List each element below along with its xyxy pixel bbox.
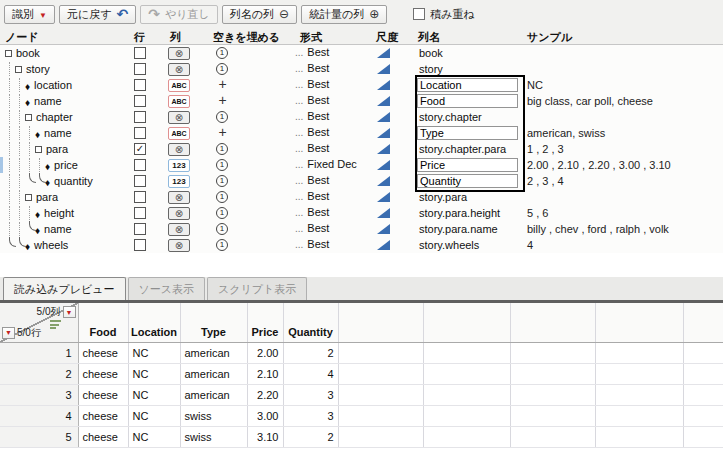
- cell[interactable]: NC: [128, 405, 180, 426]
- col-header-quantity[interactable]: Quantity: [283, 303, 338, 342]
- row-checkbox[interactable]: [134, 95, 146, 107]
- circle-one-icon[interactable]: [216, 47, 228, 59]
- cell[interactable]: 3.00: [247, 405, 283, 426]
- row-checkbox[interactable]: [134, 191, 146, 203]
- num-column-icon[interactable]: [168, 175, 190, 188]
- cell[interactable]: cheese: [78, 405, 128, 426]
- cell[interactable]: 4: [283, 363, 338, 384]
- row-number[interactable]: 1: [0, 342, 78, 363]
- row-checkbox[interactable]: [134, 79, 146, 91]
- cell[interactable]: american: [180, 363, 247, 384]
- no-column-icon[interactable]: [168, 143, 190, 156]
- cell[interactable]: 2: [283, 426, 338, 447]
- continuous-scale-icon[interactable]: [377, 112, 390, 122]
- continuous-scale-icon[interactable]: [377, 80, 390, 90]
- row-number[interactable]: 5: [0, 426, 78, 447]
- no-column-icon[interactable]: [168, 207, 190, 220]
- row-checkbox[interactable]: ✓: [134, 143, 146, 155]
- continuous-scale-icon[interactable]: [377, 144, 390, 154]
- no-column-icon[interactable]: [168, 47, 190, 60]
- cell[interactable]: 2.00: [247, 342, 283, 363]
- continuous-scale-icon[interactable]: [377, 128, 390, 138]
- circle-one-icon[interactable]: [216, 143, 228, 155]
- column-name-input[interactable]: [417, 78, 518, 92]
- row-number[interactable]: 4: [0, 405, 78, 426]
- no-column-icon[interactable]: [168, 239, 190, 252]
- col-header-type[interactable]: Type: [180, 303, 247, 342]
- row-checkbox[interactable]: [134, 47, 146, 59]
- identify-button[interactable]: 識別: [4, 5, 55, 24]
- continuous-scale-icon[interactable]: [377, 192, 390, 202]
- cell[interactable]: 3.10: [247, 426, 283, 447]
- circle-one-icon[interactable]: [216, 239, 228, 251]
- cell[interactable]: 3: [283, 384, 338, 405]
- column-name-input[interactable]: [417, 158, 518, 172]
- row-checkbox[interactable]: [134, 175, 146, 187]
- row-checkbox[interactable]: [134, 63, 146, 75]
- cell[interactable]: cheese: [78, 342, 128, 363]
- cell[interactable]: 2.20: [247, 384, 283, 405]
- tab-source-view[interactable]: ソース表示: [128, 277, 206, 300]
- circle-one-icon[interactable]: [216, 223, 228, 235]
- cell[interactable]: NC: [128, 342, 180, 363]
- num-column-icon[interactable]: [168, 159, 190, 172]
- no-column-icon[interactable]: [168, 63, 190, 76]
- col-header-food[interactable]: Food: [78, 303, 128, 342]
- continuous-scale-icon[interactable]: [377, 64, 390, 74]
- cell[interactable]: swiss: [180, 426, 247, 447]
- abc-column-icon[interactable]: [168, 79, 190, 92]
- cell[interactable]: cheese: [78, 384, 128, 405]
- tab-script-view[interactable]: スクリプト表示: [207, 277, 307, 300]
- no-column-icon[interactable]: [168, 191, 190, 204]
- row-checkbox[interactable]: [134, 207, 146, 219]
- circle-one-icon[interactable]: [216, 175, 228, 187]
- circle-one-icon[interactable]: [216, 207, 228, 219]
- row-checkbox[interactable]: [134, 159, 146, 171]
- row-checkbox[interactable]: [134, 223, 146, 235]
- column-name-column-button[interactable]: 列名の列: [222, 5, 297, 24]
- cell[interactable]: swiss: [180, 405, 247, 426]
- row-checkbox[interactable]: [134, 239, 146, 251]
- rows-red-triangle-button[interactable]: [2, 327, 15, 339]
- circle-one-icon[interactable]: [216, 191, 228, 203]
- column-name-input[interactable]: [417, 174, 518, 188]
- continuous-scale-icon[interactable]: [377, 208, 390, 218]
- continuous-scale-icon[interactable]: [377, 160, 390, 170]
- cell[interactable]: american: [180, 384, 247, 405]
- plus-icon[interactable]: [216, 78, 229, 92]
- col-header-price[interactable]: Price: [247, 303, 283, 342]
- abc-column-icon[interactable]: [168, 127, 190, 140]
- cell[interactable]: 3: [283, 405, 338, 426]
- stack-checkbox[interactable]: [413, 8, 425, 20]
- plus-icon[interactable]: [216, 94, 229, 108]
- column-name-input[interactable]: [417, 126, 518, 140]
- undo-button[interactable]: 元に戻す: [59, 5, 136, 24]
- redo-button[interactable]: やり直し: [140, 5, 218, 24]
- circle-one-icon[interactable]: [216, 63, 228, 75]
- columns-red-triangle-button[interactable]: [63, 306, 76, 318]
- statistics-column-button[interactable]: 統計量の列: [301, 5, 387, 24]
- plus-icon[interactable]: [216, 126, 229, 140]
- cell[interactable]: cheese: [78, 426, 128, 447]
- cell[interactable]: american: [180, 342, 247, 363]
- cell[interactable]: NC: [128, 363, 180, 384]
- cell[interactable]: NC: [128, 384, 180, 405]
- continuous-scale-icon[interactable]: [377, 96, 390, 106]
- continuous-scale-icon[interactable]: [377, 224, 390, 234]
- continuous-scale-icon[interactable]: [377, 240, 390, 250]
- cell[interactable]: cheese: [78, 363, 128, 384]
- row-checkbox[interactable]: [134, 127, 146, 139]
- no-column-icon[interactable]: [168, 111, 190, 124]
- columns-panel-icon[interactable]: [50, 320, 61, 329]
- row-number[interactable]: 3: [0, 384, 78, 405]
- col-header-location[interactable]: Location: [128, 303, 180, 342]
- circle-one-icon[interactable]: [216, 159, 228, 171]
- cell[interactable]: 2: [283, 342, 338, 363]
- cell[interactable]: NC: [128, 426, 180, 447]
- circle-one-icon[interactable]: [216, 111, 228, 123]
- no-column-icon[interactable]: [168, 223, 190, 236]
- abc-column-icon[interactable]: [168, 95, 190, 108]
- tab-import-preview[interactable]: 読み込みプレビュー: [3, 277, 126, 300]
- continuous-scale-icon[interactable]: [377, 176, 390, 186]
- row-number[interactable]: 2: [0, 363, 78, 384]
